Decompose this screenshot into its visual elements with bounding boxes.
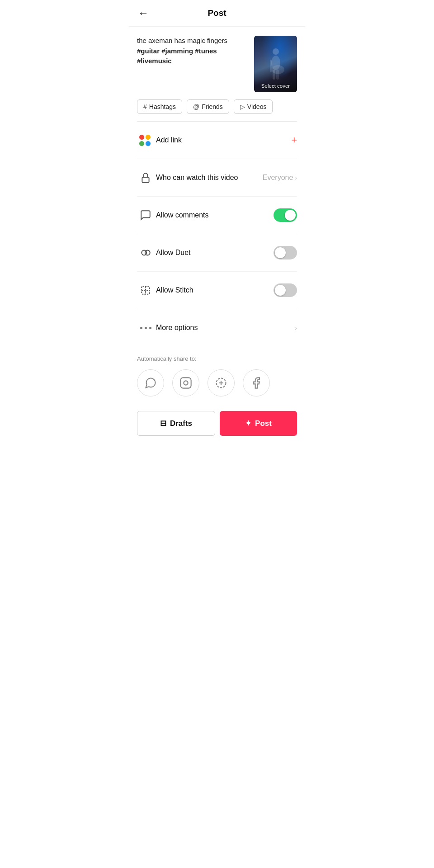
dot3 [149, 327, 151, 329]
bottom-buttons: ⊟ Drafts ✦ Post [129, 404, 305, 447]
select-cover-label[interactable]: Select cover [254, 83, 297, 89]
allow-stitch-toggle[interactable] [274, 283, 297, 297]
tag-buttons-row: # Hashtags @ Friends ▷ Videos [129, 99, 305, 121]
allow-stitch-label: Allow Stitch [154, 286, 274, 294]
hashtag-icon: # [143, 103, 147, 110]
plus-icon: + [291, 134, 297, 146]
friends-label: Friends [202, 103, 223, 110]
comment-icon [137, 207, 154, 224]
allow-duet-row[interactable]: Allow Duet [137, 234, 297, 272]
who-can-watch-right: Everyone › [263, 174, 297, 182]
svg-rect-12 [180, 377, 191, 388]
stitch-icon [137, 282, 154, 299]
settings-list: Add link + Who can watch this video Ever… [129, 122, 305, 346]
allow-duet-label: Allow Duet [154, 249, 274, 257]
toggle-knob [275, 285, 286, 296]
svg-rect-3 [270, 60, 272, 72]
svg-point-13 [184, 381, 188, 385]
drafts-icon: ⊟ [160, 419, 166, 428]
whatsapp-icon [144, 377, 157, 389]
more-options-right: › [295, 324, 297, 331]
lock-icon [137, 169, 154, 186]
chevron-icon: › [295, 174, 297, 181]
allow-stitch-row[interactable]: Allow Stitch [137, 272, 297, 309]
post-icon: ✦ [245, 419, 251, 428]
chevron-icon: › [295, 324, 297, 331]
post-label: Post [255, 419, 272, 428]
dot1 [140, 327, 142, 329]
back-button[interactable]: ← [138, 7, 149, 19]
tiktok-add-share-button[interactable] [208, 369, 235, 396]
caption-text: the axeman has magic fingers #guitar #ja… [137, 36, 248, 66]
allow-comments-toggle[interactable] [274, 208, 297, 222]
svg-rect-5 [276, 70, 279, 80]
svg-rect-6 [142, 177, 149, 183]
drafts-label: Drafts [170, 419, 192, 428]
share-icons-row [137, 369, 297, 396]
duet-toggle[interactable] [274, 246, 297, 259]
duet-icon [137, 244, 154, 261]
video-thumbnail[interactable]: Select cover [254, 36, 297, 92]
videos-label: Videos [247, 103, 267, 110]
tiktok-add-icon [215, 377, 227, 389]
videos-button[interactable]: ▷ Videos [234, 99, 273, 114]
more-options-row[interactable]: More options › [137, 309, 297, 346]
more-options-label: More options [154, 324, 295, 332]
instagram-share-button[interactable] [172, 369, 199, 396]
post-button[interactable]: ✦ Post [220, 411, 297, 436]
friends-button[interactable]: @ Friends [187, 99, 229, 114]
add-link-icon [137, 132, 154, 149]
allow-comments-row[interactable]: Allow comments [137, 197, 297, 234]
more-options-icon [137, 319, 154, 336]
svg-rect-4 [273, 70, 275, 80]
comments-toggle[interactable] [274, 208, 297, 222]
caption-area: the axeman has magic fingers #guitar #ja… [129, 27, 305, 99]
toggle-knob [275, 247, 286, 258]
page-title: Post [208, 8, 226, 18]
add-link-label: Add link [154, 136, 291, 144]
allow-comments-label: Allow comments [154, 211, 274, 219]
auto-share-label: Automatically share to: [137, 355, 297, 362]
svg-point-1 [273, 48, 279, 55]
who-can-watch-row[interactable]: Who can watch this video Everyone › [137, 159, 297, 197]
add-link-row[interactable]: Add link + [137, 122, 297, 159]
header: ← Post [129, 0, 305, 27]
auto-share-section: Automatically share to: [129, 346, 305, 404]
dot2 [145, 327, 147, 329]
who-can-watch-label: Who can watch this video [154, 174, 263, 182]
everyone-text: Everyone [263, 174, 293, 182]
drafts-button[interactable]: ⊟ Drafts [137, 411, 215, 436]
facebook-share-button[interactable] [243, 369, 270, 396]
hashtags-button[interactable]: # Hashtags [137, 99, 182, 114]
facebook-icon [250, 377, 263, 389]
toggle-knob [285, 210, 296, 221]
caption-line1: the axeman has magic fingers [137, 37, 227, 44]
allow-duet-toggle[interactable] [274, 246, 297, 259]
svg-point-8 [145, 250, 150, 255]
caption-hashtags: #guitar #jamming #tunes #livemusic [137, 47, 217, 65]
play-icon: ▷ [240, 103, 245, 110]
at-icon: @ [193, 103, 199, 110]
stitch-toggle[interactable] [274, 283, 297, 297]
instagram-icon [179, 377, 192, 389]
add-link-right: + [291, 134, 297, 146]
whatsapp-share-button[interactable] [137, 369, 164, 396]
hashtags-label: Hashtags [149, 103, 176, 110]
